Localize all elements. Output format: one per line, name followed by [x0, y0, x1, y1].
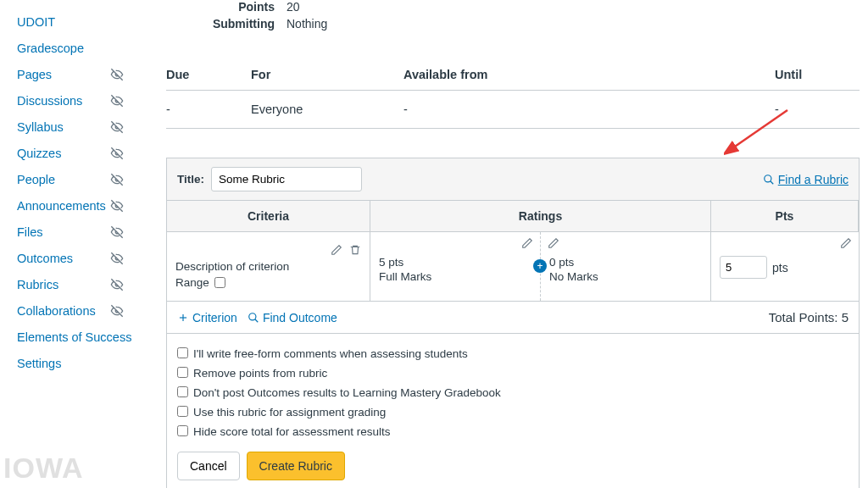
- table-row: - Everyone - -: [166, 91, 860, 129]
- hidden-icon: [110, 252, 124, 265]
- nav-link[interactable]: Rubrics: [17, 278, 58, 291]
- col-for: For: [251, 59, 403, 91]
- nav-link[interactable]: Settings: [17, 357, 61, 370]
- hidden-icon: [110, 199, 124, 213]
- nav-link[interactable]: Announcements: [17, 199, 106, 213]
- rating-label: Full Marks: [379, 270, 531, 283]
- iowa-logo: IOWA: [3, 452, 84, 485]
- meta-value: 20: [287, 0, 300, 14]
- meta-label: Submitting: [166, 17, 287, 30]
- add-rating-icon[interactable]: +: [533, 259, 547, 273]
- title-label: Title:: [177, 173, 204, 186]
- nav-item-collaborations[interactable]: Collaborations: [17, 297, 158, 324]
- hidden-icon: [110, 225, 124, 239]
- rubric-options: I'll write free-form comments when asses…: [167, 334, 859, 445]
- create-rubric-button[interactable]: Create Rubric: [247, 452, 345, 480]
- nav-item-quizzes[interactable]: Quizzes: [17, 140, 158, 166]
- course-nav-sidebar: UDOIT Gradescope Pages Discussions Sylla…: [0, 0, 158, 488]
- svg-point-0: [764, 175, 771, 181]
- svg-line-5: [255, 319, 259, 322]
- nav-link[interactable]: Gradescope: [17, 42, 84, 55]
- svg-point-4: [249, 313, 256, 319]
- search-icon: [763, 174, 775, 186]
- meta-points: Points 20: [166, 0, 860, 17]
- nav-link[interactable]: Outcomes: [17, 252, 73, 265]
- nav-item-syllabus[interactable]: Syllabus: [17, 114, 158, 140]
- find-rubric-link[interactable]: Find a Rubric: [763, 173, 849, 186]
- nav-link[interactable]: Elements of Success: [17, 330, 131, 344]
- rating-no-marks: + 0 pts No Marks: [540, 232, 710, 301]
- nav-item-pages[interactable]: Pages: [17, 61, 158, 87]
- rubric-title-input[interactable]: [211, 167, 362, 191]
- trash-icon[interactable]: [349, 244, 361, 256]
- points-input[interactable]: [720, 256, 767, 279]
- nav-item-outcomes[interactable]: Outcomes: [17, 245, 158, 271]
- nav-link[interactable]: UDOIT: [17, 15, 55, 29]
- checkbox[interactable]: [177, 406, 188, 417]
- option-remove-points: Remove points from rubric: [177, 363, 849, 383]
- hidden-icon: [110, 304, 124, 318]
- add-criterion-link[interactable]: Criterion: [177, 311, 237, 324]
- cell-from: -: [403, 91, 775, 129]
- hidden-icon: [110, 173, 124, 186]
- nav-item-settings[interactable]: Settings: [17, 350, 158, 376]
- nav-link[interactable]: Collaborations: [17, 304, 96, 318]
- pencil-icon[interactable]: [331, 244, 342, 256]
- nav-item-rubrics[interactable]: Rubrics: [17, 271, 158, 297]
- nav-item-discussions[interactable]: Discussions: [17, 87, 158, 114]
- hidden-icon: [110, 120, 124, 134]
- rating-pts: 0 pts: [549, 256, 702, 269]
- checkbox[interactable]: [177, 367, 188, 378]
- svg-line-1: [770, 180, 773, 184]
- nav-item-people[interactable]: People: [17, 166, 158, 192]
- hidden-icon: [110, 147, 124, 160]
- checkbox[interactable]: [177, 425, 188, 436]
- pencil-icon[interactable]: [840, 237, 852, 252]
- range-checkbox[interactable]: [214, 277, 225, 288]
- col-due: Due: [166, 59, 251, 91]
- meta-value: Nothing: [287, 17, 327, 30]
- pencil-icon[interactable]: [548, 237, 559, 252]
- rubric-grid: Criteria Ratings Pts Description of crit…: [167, 201, 859, 302]
- col-from: Available from: [403, 59, 775, 91]
- plus-icon: [177, 312, 189, 324]
- option-hide-total: Hide score total for assessment results: [177, 422, 849, 441]
- nav-item-announcements[interactable]: Announcements: [17, 192, 158, 219]
- find-outcome-link[interactable]: Find Outcome: [248, 311, 337, 324]
- availability-table: Due For Available from Until - Everyone …: [166, 59, 860, 129]
- meta-label: Points: [166, 0, 287, 14]
- main-content: Points 20 Submitting Nothing Due For Ava…: [158, 0, 868, 488]
- points-cell: pts: [711, 232, 859, 302]
- hidden-icon: [110, 278, 124, 291]
- checkbox[interactable]: [177, 386, 188, 397]
- nav-item-files[interactable]: Files: [17, 219, 158, 245]
- nav-item-udoit[interactable]: UDOIT: [17, 8, 158, 35]
- checkbox[interactable]: [177, 347, 188, 358]
- header-criteria: Criteria: [167, 201, 370, 232]
- nav-link[interactable]: People: [17, 173, 55, 186]
- option-no-post-outcomes: Don't post Outcomes results to Learning …: [177, 383, 849, 402]
- hidden-icon: [110, 68, 124, 81]
- nav-link[interactable]: Discussions: [17, 94, 82, 108]
- meta-submitting: Submitting Nothing: [166, 17, 860, 34]
- nav-item-elements[interactable]: Elements of Success: [17, 324, 158, 350]
- total-points: Total Points: 5: [769, 310, 849, 324]
- rating-label: No Marks: [549, 270, 702, 283]
- pencil-icon[interactable]: [521, 237, 533, 252]
- rating-full-marks: 5 pts Full Marks: [370, 232, 540, 301]
- option-use-for-grading: Use this rubric for assignment grading: [177, 402, 849, 422]
- cancel-button[interactable]: Cancel: [177, 452, 240, 480]
- nav-link[interactable]: Files: [17, 225, 43, 239]
- cell-due: -: [166, 91, 251, 129]
- nav-link[interactable]: Syllabus: [17, 120, 64, 134]
- option-freeform: I'll write free-form comments when asses…: [177, 344, 849, 363]
- rubric-editor: Title: Find a Rubric Criteria Ratings Pt…: [166, 158, 860, 488]
- nav-item-gradescope[interactable]: Gradescope: [17, 35, 158, 61]
- nav-link[interactable]: Pages: [17, 68, 52, 81]
- rubric-actions: Criterion Find Outcome Total Points: 5: [167, 302, 859, 334]
- rating-pts: 5 pts: [379, 256, 531, 269]
- rubric-header: Title: Find a Rubric: [167, 158, 859, 201]
- criterion-cell: Description of criterion Range: [167, 232, 370, 302]
- nav-link[interactable]: Quizzes: [17, 147, 61, 160]
- criterion-description: Description of criterion: [175, 260, 361, 273]
